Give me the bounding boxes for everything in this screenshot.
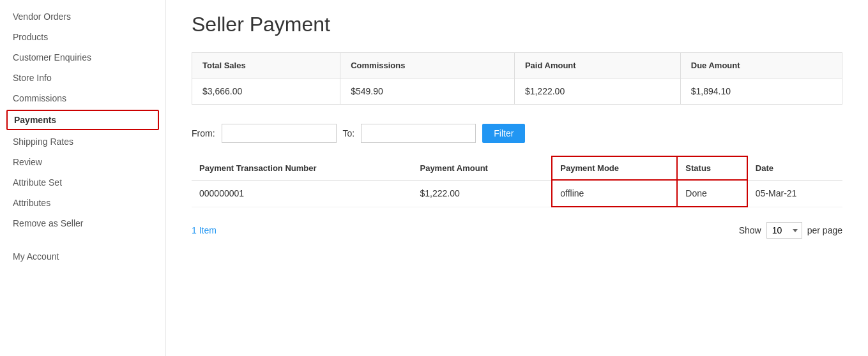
sidebar-item-shipping-rates[interactable]: Shipping Rates (0, 131, 165, 152)
payment-col-header-status: Status (677, 156, 747, 180)
sidebar-item-review[interactable]: Review (0, 152, 165, 172)
from-input[interactable] (222, 124, 337, 143)
summary-header: Commissions (340, 53, 515, 78)
transaction-number: 000000001 (192, 180, 412, 207)
item-count: 1 Item (192, 225, 217, 235)
sidebar-item-attributes[interactable]: Attributes (0, 193, 165, 213)
sidebar-item-remove-as-seller[interactable]: Remove as Seller (0, 213, 165, 234)
per-page-select[interactable]: 102050100 (766, 222, 802, 239)
filter-row: From: To: Filter (192, 124, 842, 143)
show-label: Show (739, 225, 761, 235)
footer-row: 1 Item Show 102050100 per page (192, 217, 842, 244)
payment-col-header-amount: Payment Amount (412, 156, 552, 180)
table-row: 000000001$1,222.00offlineDone05-Mar-21 (192, 180, 842, 207)
to-input[interactable] (361, 124, 476, 143)
payment-mode: offline (552, 180, 677, 207)
sidebar-item-attribute-set[interactable]: Attribute Set (0, 172, 165, 193)
sidebar-item-vendor-orders[interactable]: Vendor Orders (0, 6, 165, 27)
sidebar-item-products[interactable]: Products (0, 27, 165, 47)
summary-value: $3,666.00 (192, 78, 340, 105)
sidebar-item-store-info[interactable]: Store Info (0, 68, 165, 88)
sidebar: Vendor OrdersProductsCustomer EnquiriesS… (0, 0, 166, 356)
from-label: From: (192, 128, 215, 138)
to-label: To: (343, 128, 355, 138)
payment-col-header-mode: Payment Mode (552, 156, 677, 180)
main-content: Seller Payment Total SalesCommissionsPai… (166, 0, 868, 356)
payment-col-header-transaction-number: Payment Transaction Number (192, 156, 412, 180)
page-title: Seller Payment (192, 13, 842, 36)
payment-amount: $1,222.00 (412, 180, 552, 207)
filter-button[interactable]: Filter (482, 124, 525, 143)
sidebar-item-customer-enquiries[interactable]: Customer Enquiries (0, 47, 165, 68)
sidebar-item-payments[interactable]: Payments (6, 110, 159, 130)
summary-header: Paid Amount (514, 53, 680, 78)
sidebar-item-my-account[interactable]: My Account (0, 246, 165, 267)
summary-header: Due Amount (680, 53, 842, 78)
summary-table: Total SalesCommissionsPaid AmountDue Amo… (192, 52, 842, 105)
payment-col-header-date: Date (747, 156, 842, 180)
pagination-controls: Show 102050100 per page (739, 222, 842, 239)
payments-table: Payment Transaction NumberPayment Amount… (192, 156, 842, 207)
sidebar-item-commissions[interactable]: Commissions (0, 88, 165, 108)
summary-header: Total Sales (192, 53, 340, 78)
payment-date: 05-Mar-21 (747, 180, 842, 207)
summary-value: $1,894.10 (680, 78, 842, 105)
per-page-label: per page (807, 225, 842, 235)
summary-value: $1,222.00 (514, 78, 680, 105)
summary-value: $549.90 (340, 78, 515, 105)
payment-status: Done (677, 180, 747, 207)
